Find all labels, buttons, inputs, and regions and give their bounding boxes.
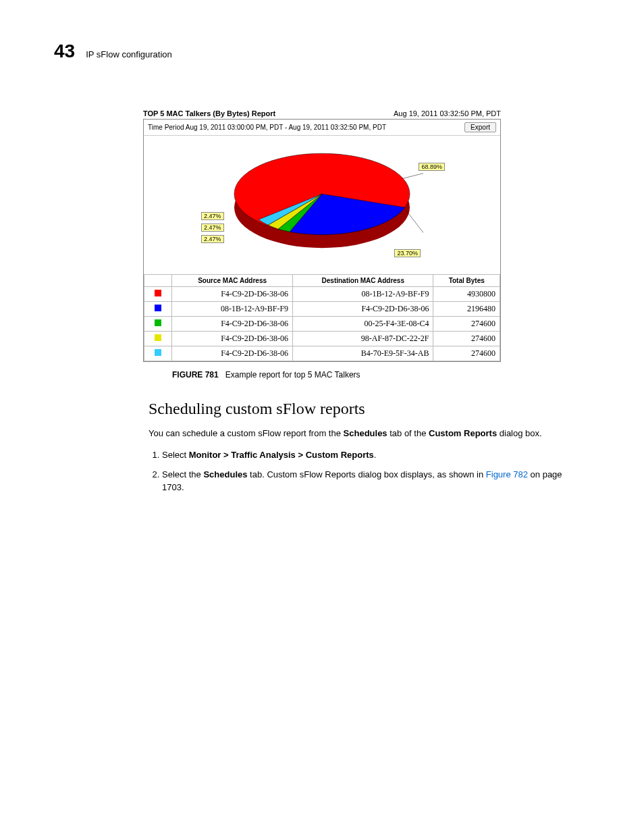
color-swatch [155,290,161,296]
slice-label-s3: 2.47% [201,235,224,243]
col-color [144,275,172,287]
chapter-number: 43 [54,41,75,62]
cell-bytes: 274600 [433,346,500,361]
slice-label-s2: 2.47% [201,224,224,232]
step-2: Select the Schedules tab. Custom sFlow R… [162,469,576,494]
table-row: F4-C9-2D-D6-38-0600-25-F4-3E-08-C4274600 [144,317,500,332]
table-row: F4-C9-2D-D6-38-0698-AF-87-DC-22-2F274600 [144,332,500,346]
cell-dest: 98-AF-87-DC-22-2F [293,332,433,346]
table-row: F4-C9-2D-D6-38-06B4-70-E9-5F-34-AB274600 [144,346,500,361]
cell-source: F4-C9-2D-D6-38-06 [172,332,293,346]
cell-dest: 00-25-F4-3E-08-C4 [293,317,433,332]
cell-bytes: 274600 [433,317,500,332]
steps-list: Select Monitor > Traffic Analysis > Cust… [149,449,576,494]
figure-caption-text: Example report for top 5 MAC Talkers [225,370,360,380]
intro-paragraph: You can schedule a custom sFlow report f… [149,427,576,440]
color-swatch [155,349,161,356]
figure-caption: FIGURE 781 Example report for top 5 MAC … [172,370,590,380]
cell-dest: 08-1B-12-A9-BF-F9 [293,287,433,302]
figure-link[interactable]: Figure 782 [486,469,528,479]
report-title: TOP 5 MAC Talkers (By Bytes) Report [143,109,275,118]
chapter-title: IP sFlow configuration [86,49,172,59]
cell-source: F4-C9-2D-D6-38-06 [172,287,293,302]
color-swatch [155,319,161,326]
slice-label-big: 68.89% [419,163,445,171]
cell-dest: B4-70-E9-5F-34-AB [293,346,433,361]
color-swatch [155,334,161,341]
cell-source: F4-C9-2D-D6-38-06 [172,346,293,361]
col-bytes: Total Bytes [433,275,500,287]
step-1: Select Monitor > Traffic Analysis > Cust… [162,449,576,462]
table-row: F4-C9-2D-D6-38-0608-1B-12-A9-BF-F9493080… [144,287,500,302]
section-heading: Scheduling custom sFlow reports [149,400,590,418]
table-row: 08-1B-12-A9-BF-F9F4-C9-2D-D6-38-06219648… [144,302,500,317]
pie-chart: 68.89% 23.70% 2.47% 2.47% 2.47% [144,136,500,274]
svg-line-3 [406,211,423,241]
color-swatch [155,305,161,311]
data-table: Source MAC Address Destination MAC Addre… [144,274,500,361]
cell-bytes: 274600 [433,332,500,346]
report-panel: TOP 5 MAC Talkers (By Bytes) Report Aug … [143,109,501,362]
slice-label-2: 23.70% [394,249,421,257]
svg-line-2 [403,172,423,178]
col-source: Source MAC Address [172,275,293,287]
cell-source: F4-C9-2D-D6-38-06 [172,317,293,332]
time-period-bar: Time Period Aug 19, 2011 03:00:00 PM, PD… [144,120,500,136]
col-dest: Destination MAC Address [293,275,433,287]
report-timestamp: Aug 19, 2011 03:32:50 PM, PDT [394,109,501,118]
cell-bytes: 2196480 [433,302,500,317]
figure-number: FIGURE 781 [172,370,219,380]
slice-label-s1: 2.47% [201,212,224,220]
page-header: 43 IP sFlow configuration [54,41,590,62]
cell-dest: F4-C9-2D-D6-38-06 [293,302,433,317]
cell-source: 08-1B-12-A9-BF-F9 [172,302,293,317]
time-period-text: Time Period Aug 19, 2011 03:00:00 PM, PD… [148,124,386,131]
cell-bytes: 4930800 [433,287,500,302]
export-button[interactable]: Export [464,122,496,132]
